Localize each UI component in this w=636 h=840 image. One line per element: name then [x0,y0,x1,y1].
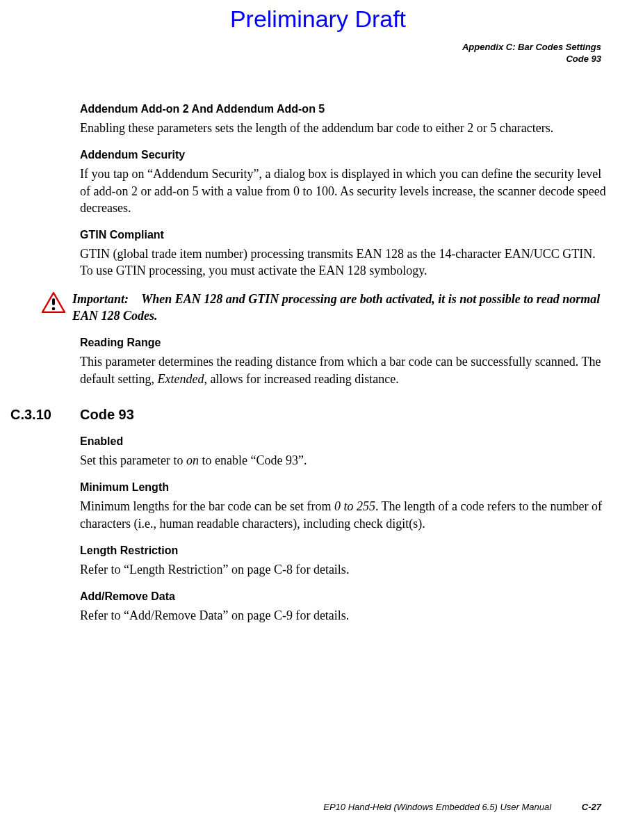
preliminary-draft-banner: Preliminary Draft [0,6,636,33]
svg-point-2 [52,307,56,310]
content-area: Addendum Add-on 2 And Addendum Add-on 5 … [80,90,607,631]
footer-text: EP10 Hand-Held (Windows Embedded 6.5) Us… [323,802,551,812]
important-body: When EAN 128 and GTIN processing are bot… [72,292,600,323]
text-minimum-length: Minimum lengths for the bar code can be … [80,498,607,532]
heading-gtin-compliant: GTIN Compliant [80,229,607,241]
text-enabled-pre: Set this parameter to [80,453,186,467]
text-add-remove-data: Refer to “Add/Remove Data” on page C-9 f… [80,607,607,624]
important-note-text: Important: When EAN 128 and GTIN process… [72,291,605,325]
text-minlen-italic: 0 to 255 [334,499,375,513]
text-enabled: Set this parameter to on to enable “Code… [80,452,607,469]
page-number: C-27 [582,802,601,812]
header-line-2: Code 93 [462,54,601,65]
text-addendum-addon: Enabling these parameters sets the lengt… [80,120,607,136]
section-heading-code93: C.3.10 Code 93 [10,407,607,423]
warning-icon [42,292,65,316]
text-gtin-compliant: GTIN (global trade item number) processi… [80,245,607,280]
important-label: Important: [72,291,138,307]
text-reading-range-post: , allows for increased reading distance. [204,372,398,386]
text-reading-range: This parameter determines the reading di… [80,353,607,387]
heading-add-remove-data: Add/Remove Data [80,590,607,603]
heading-minimum-length: Minimum Length [80,481,607,494]
page-footer: EP10 Hand-Held (Windows Embedded 6.5) Us… [0,802,636,812]
text-minlen-pre: Minimum lengths for the bar code can be … [80,499,334,513]
heading-addendum-security: Addendum Security [80,149,607,161]
text-length-restriction: Refer to “Length Restriction” on page C-… [80,561,607,578]
page-header: Appendix C: Bar Codes Settings Code 93 [462,42,601,65]
text-enabled-post: to enable “Code 93”. [199,453,307,467]
heading-length-restriction: Length Restriction [80,544,607,557]
section-title: Code 93 [80,407,134,423]
important-note: Important: When EAN 128 and GTIN process… [42,291,605,325]
header-line-1: Appendix C: Bar Codes Settings [462,42,601,54]
svg-rect-1 [52,298,55,305]
text-reading-range-italic: Extended [157,372,204,386]
text-enabled-italic: on [186,453,199,467]
heading-addendum-addon: Addendum Add-on 2 And Addendum Add-on 5 [80,103,607,115]
heading-enabled: Enabled [80,435,607,448]
text-addendum-security: If you tap on “Addendum Security”, a dia… [80,165,607,216]
section-number: C.3.10 [10,407,80,423]
heading-reading-range: Reading Range [80,337,607,349]
